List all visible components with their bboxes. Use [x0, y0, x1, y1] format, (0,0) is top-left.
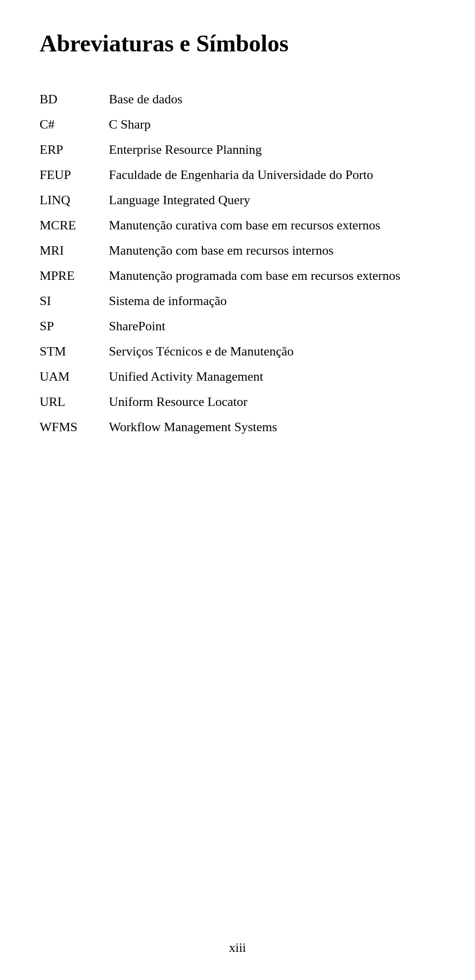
abbreviation-code: STM: [40, 339, 109, 364]
abbreviation-code: ERP: [40, 137, 109, 162]
abbreviation-definition: SharePoint: [109, 313, 435, 339]
abbreviation-code: SI: [40, 288, 109, 313]
abbreviation-code: UAM: [40, 364, 109, 389]
table-row: MRIManutenção com base em recursos inter…: [40, 238, 435, 263]
abbreviation-definition: Manutenção com base em recursos internos: [109, 238, 435, 263]
table-row: SPSharePoint: [40, 313, 435, 339]
abbreviation-definition: Workflow Management Systems: [109, 414, 435, 440]
abbreviation-definition: C Sharp: [109, 112, 435, 137]
abbreviation-definition: Language Integrated Query: [109, 187, 435, 213]
abbreviation-code: WFMS: [40, 414, 109, 440]
page-title: Abreviaturas e Símbolos: [40, 30, 435, 57]
table-row: LINQLanguage Integrated Query: [40, 187, 435, 213]
table-row: BDBase de dados: [40, 87, 435, 112]
table-row: STMServiços Técnicos e de Manutenção: [40, 339, 435, 364]
table-row: ERPEnterprise Resource Planning: [40, 137, 435, 162]
abbreviation-code: SP: [40, 313, 109, 339]
abbreviation-code: MCRE: [40, 213, 109, 238]
abbreviation-definition: Uniform Resource Locator: [109, 389, 435, 414]
table-row: WFMSWorkflow Management Systems: [40, 414, 435, 440]
abbreviation-code: C#: [40, 112, 109, 137]
abbreviation-definition: Serviços Técnicos e de Manutenção: [109, 339, 435, 364]
abbreviation-code: FEUP: [40, 162, 109, 187]
abbreviation-code: MPRE: [40, 263, 109, 288]
page-number: xiii: [0, 940, 475, 955]
abbreviation-definition: Enterprise Resource Planning: [109, 137, 435, 162]
abbreviation-definition: Sistema de informação: [109, 288, 435, 313]
abbreviation-definition: Unified Activity Management: [109, 364, 435, 389]
table-row: SISistema de informação: [40, 288, 435, 313]
abbreviation-definition: Manutenção programada com base em recurs…: [109, 263, 435, 288]
abbreviation-definition: Manutenção curativa com base em recursos…: [109, 213, 435, 238]
table-row: UAMUnified Activity Management: [40, 364, 435, 389]
abbreviation-code: BD: [40, 87, 109, 112]
table-row: MPREManutenção programada com base em re…: [40, 263, 435, 288]
abbreviation-code: MRI: [40, 238, 109, 263]
abbreviation-definition: Faculdade de Engenharia da Universidade …: [109, 162, 435, 187]
table-row: URLUniform Resource Locator: [40, 389, 435, 414]
abbreviation-code: URL: [40, 389, 109, 414]
table-row: C#C Sharp: [40, 112, 435, 137]
abbreviation-code: LINQ: [40, 187, 109, 213]
table-row: MCREManutenção curativa com base em recu…: [40, 213, 435, 238]
abbreviations-table: BDBase de dadosC#C SharpERPEnterprise Re…: [40, 87, 435, 440]
table-row: FEUPFaculdade de Engenharia da Universid…: [40, 162, 435, 187]
abbreviation-definition: Base de dados: [109, 87, 435, 112]
